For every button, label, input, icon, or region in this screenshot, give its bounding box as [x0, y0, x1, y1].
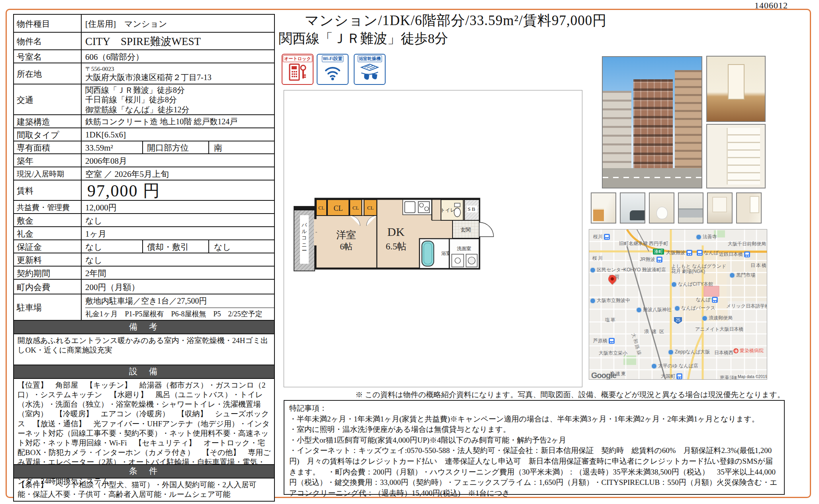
map-label: 塩草 — [605, 317, 616, 324]
row-label: 物件名 — [14, 33, 82, 49]
row-label: 契約期間 — [14, 267, 82, 279]
row-label: 間取タイプ — [14, 128, 82, 141]
table-row: 交通 関西線「ＪＲ難波」徒歩8分 千日前線「桜川」徒歩8分 御堂筋線「なんば」徒… — [14, 84, 274, 115]
row-label: 専有面積 — [14, 141, 82, 153]
badge-wifi: Wi-Fi設置 — [317, 54, 349, 85]
map-label: Map data ©2019 — [737, 375, 767, 379]
autolock-icon — [288, 63, 307, 81]
equipment-header: 設 備 — [14, 365, 274, 379]
entrance-door-swing — [479, 222, 494, 237]
row-value: なし — [82, 253, 274, 266]
floorplan-drawing: バルコニー CL CL CL CL 洋室 6帖 — [293, 194, 496, 274]
map-label: 浪速郵便局 — [702, 315, 733, 322]
room-photo-1 — [707, 192, 733, 224]
row-value: 1DK[6.5x6] — [82, 128, 274, 141]
map-label: 桜川 — [592, 255, 603, 262]
train-station-icon — [604, 234, 610, 240]
poi-icon — [651, 363, 657, 369]
table-row: 礼金1ヶ月 — [14, 227, 274, 240]
map-label: 愛染橋病院 — [733, 347, 764, 354]
station-marker: なんば — [697, 249, 719, 256]
poi-icon — [590, 267, 596, 273]
postal-code: 〒556-0023 — [85, 66, 114, 73]
row-label: 駐車場 — [14, 294, 82, 320]
map-label: なんばパークス — [674, 305, 715, 312]
poi-icon — [668, 349, 674, 355]
closet-label: CL — [318, 205, 324, 211]
map-label: 大阪市立栄小 — [599, 350, 627, 357]
map-label: Zeppなんば大阪 — [668, 349, 710, 355]
bathroom-photo — [620, 192, 645, 224]
headline-line2: 関西線「ＪＲ難波」徒歩8分 — [279, 29, 448, 48]
row-label: 更新料 — [14, 253, 82, 266]
table-row: 所在地 〒556-0023 大阪府大阪市浪速区稲荷２丁目7-13 — [14, 63, 274, 84]
poi-icon — [729, 273, 735, 278]
map-label: メリック日本語学校 — [726, 303, 767, 310]
map-label: Google — [591, 371, 616, 380]
row-label: 建築構造 — [14, 115, 82, 127]
remarks-text: 開放感あふれるエントランス暖かみのある室内・浴室乾燥機・24Hゴミ出しOK・近く… — [14, 334, 274, 365]
hallway-photo — [706, 56, 766, 122]
train-station-icon — [656, 257, 662, 263]
map-label: 旧町名継承碑 西円手町 — [619, 240, 668, 247]
station-marker: 芦原橋 — [593, 337, 615, 344]
property-name: CITY SPIRE難波WEST — [82, 33, 274, 49]
conditions-text: 【条件】 ペット相談（小型犬、猫可）・外国人契約可能・2人入居可能・保証人不要・… — [14, 479, 274, 501]
table-row: 専有面積 33.59m² 開口部方位 南 — [14, 141, 274, 154]
kitchen-sink — [405, 202, 415, 213]
table-row: 物件種目[住居用] マンション — [14, 15, 274, 33]
table-row: 駐車場 敷地内駐車場／空き1台／27,500円 礼金1ヶ月 P1-P5屋根有 P… — [14, 294, 274, 321]
map-label: アニメイト大阪日本橋 — [695, 326, 743, 333]
row-label: 現況/入居時期 — [14, 167, 82, 180]
poi-icon — [590, 298, 596, 304]
row-label: 開口部方位 — [142, 141, 209, 153]
train-station-icon — [712, 297, 718, 303]
train-station-icon — [676, 373, 682, 379]
row-value: 12,000円 — [82, 201, 274, 213]
special-note-item: ・小型犬or猫1匹飼育可能(家賃4,000円UP)※4階以下のみ飼育可能・解約予… — [289, 435, 779, 446]
toilet-photo — [649, 192, 674, 224]
row-label: 敷金 — [14, 214, 82, 226]
closet-label: CL — [353, 205, 359, 211]
address: 〒556-0023 大阪府大阪市浪速区稲荷２丁目7-13 — [82, 63, 274, 84]
badge-label: 浴室乾燥機 — [358, 55, 382, 62]
kitchen-photo — [678, 192, 703, 224]
row-label: 共益費・管理費 — [14, 201, 82, 213]
equipment-text: 【位置】 角部屋 【キッチン】 給湯器（都市ガス）・ガスコンロ（2口）・システム… — [14, 379, 274, 465]
shoebox-label: SB — [468, 206, 476, 212]
map-label: 恵美須町 — [720, 375, 739, 380]
special-note-item: ・室内に照明・温水洗浄便座がある場合は無償貸与となります。 — [289, 424, 779, 435]
closet-label: CL — [333, 204, 343, 212]
map-label: なんばCITY本館 — [671, 281, 713, 288]
access: 関西線「ＪＲ難波」徒歩8分 千日前線「桜川」徒歩8分 御堂筋線「なんば」徒歩12… — [82, 84, 274, 114]
station-marker: 近鉄日本橋 — [719, 251, 750, 258]
table-row: 現況/入居時期空室 ／ 2026年5月上旬 — [14, 167, 274, 180]
row-label: 礼金 — [14, 227, 82, 239]
rent-amount: 97,000 円 — [82, 180, 274, 200]
badge-bathroom-dryer: 浴室乾燥機 — [354, 54, 386, 85]
map-label: 日本橋西 — [714, 349, 733, 356]
address-text: 大阪府大阪市浪速区稲荷２丁目7-13 — [85, 73, 212, 82]
station-marker: JR難波 — [640, 256, 662, 263]
map-label: 難波八阪神社 — [636, 306, 672, 313]
property-spec-table: 物件種目[住居用] マンション 物件名CITY SPIRE難波WEST 号室名6… — [13, 14, 275, 502]
poi-icon — [636, 307, 642, 313]
dk-size: 6.5帖 — [386, 241, 406, 251]
poi-icon — [696, 234, 701, 240]
station-marker: 大阪難波 — [666, 249, 692, 256]
badge-autolock: オートロック — [282, 54, 313, 85]
table-row: 町内会費200円（月額） — [14, 280, 274, 294]
row-value: 空室 ／ 2026年5月上旬 — [82, 167, 274, 180]
row-value: 1ヶ月 — [82, 227, 274, 239]
wifi-icon — [323, 63, 342, 81]
row-value: 606（6階部分） — [82, 50, 274, 63]
bathroom-dryer-icon — [360, 63, 380, 81]
map-label: 大阪千日前郵便局 — [728, 241, 766, 247]
table-row: 共益費・管理費12,000円 — [14, 201, 274, 214]
row-value: なし — [82, 240, 142, 253]
row-label: 物件種目 — [14, 15, 82, 32]
property-listing-sheet: 1406012 物件種目[住居用] マンション 物件名CITY SPIRE難波W… — [0, 0, 819, 504]
map-label: よしもと なんばグランド花月 劇場(NGK) — [671, 264, 726, 274]
balcony-label: バルコニー — [301, 219, 307, 251]
location-map: 桜川旧町名継承碑 西円手町湊町大阪難波なんば近鉄日本橋法善寺大阪千日前郵便局JR… — [589, 229, 767, 380]
